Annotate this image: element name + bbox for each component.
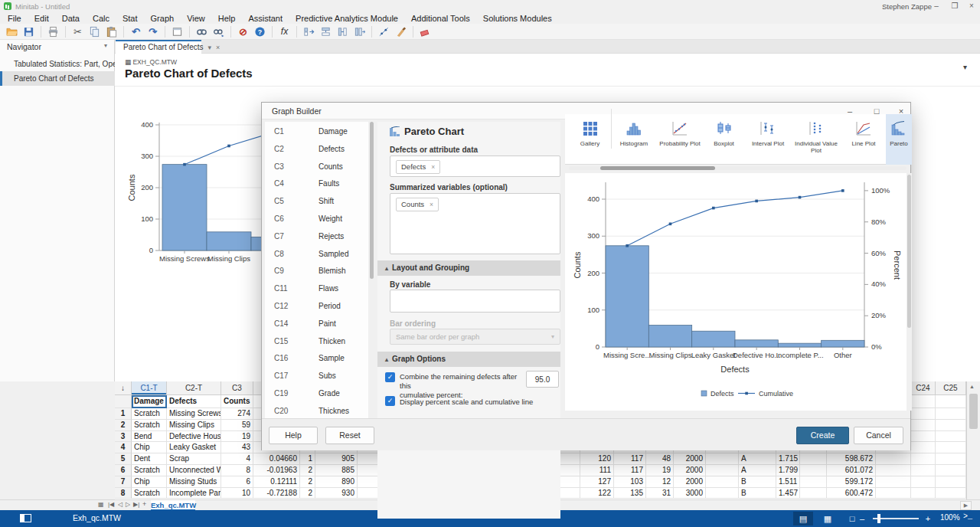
grid-cell[interactable]: 598.672 bbox=[827, 453, 876, 465]
column-item-c14[interactable]: C14Paint bbox=[265, 316, 368, 332]
grid-cell[interactable]: 600.472 bbox=[827, 488, 876, 499]
column-item-c15[interactable]: C15Thicken bbox=[265, 333, 368, 350]
grid-cell[interactable]: 274 bbox=[221, 408, 253, 420]
grid-cell[interactable]: 0.12111 bbox=[253, 476, 300, 488]
grid-cell[interactable]: Bend bbox=[132, 431, 167, 443]
grid-cell[interactable]: 31 bbox=[646, 488, 674, 499]
grid-cell[interactable]: 10 bbox=[221, 488, 253, 499]
grid-cell[interactable]: 122 bbox=[580, 488, 614, 499]
row-header-name-row[interactable] bbox=[115, 395, 132, 408]
section-layout-grouping[interactable]: Layout and Grouping bbox=[377, 260, 560, 276]
grid-cell[interactable]: 1.457 bbox=[776, 488, 800, 499]
column-item-c3[interactable]: C3Counts bbox=[265, 159, 368, 175]
grid-cell[interactable]: Missing Studs bbox=[167, 476, 221, 488]
grid-cell[interactable]: B bbox=[739, 488, 776, 499]
create-button[interactable]: Create bbox=[796, 427, 849, 444]
column-header-c24[interactable]: C24 bbox=[911, 381, 936, 395]
grid-cell[interactable] bbox=[800, 453, 827, 465]
paste-icon[interactable] bbox=[104, 25, 119, 38]
insert-rows-icon[interactable] bbox=[318, 25, 333, 38]
grid-cell[interactable]: 885 bbox=[315, 465, 358, 476]
grid-cell[interactable]: 601.072 bbox=[827, 465, 876, 476]
grid-cell[interactable]: 19 bbox=[646, 465, 674, 476]
grid-cell[interactable] bbox=[936, 488, 966, 499]
grid-cell[interactable]: Scratch bbox=[132, 420, 167, 431]
grid-cell[interactable]: 3000 bbox=[674, 488, 706, 499]
menu-additional-tools[interactable]: Additional Tools bbox=[411, 14, 470, 23]
navigator-item-pareto-chart[interactable]: Pareto Chart of Defects bbox=[0, 71, 115, 86]
variable-name-cell[interactable] bbox=[911, 395, 936, 408]
command-line-icon[interactable]: >_ bbox=[963, 512, 972, 521]
grid-cell[interactable]: Defective Housi bbox=[167, 431, 221, 443]
column-header-c1-t[interactable]: C1-T bbox=[132, 381, 167, 395]
grid-cell[interactable]: Chip bbox=[132, 442, 167, 453]
grid-cell[interactable] bbox=[706, 476, 739, 488]
find-next-icon[interactable] bbox=[211, 25, 226, 38]
grid-cell[interactable] bbox=[936, 431, 966, 443]
grid-cell[interactable]: Leaky Gasket bbox=[167, 442, 221, 453]
grid-cell[interactable]: 135 bbox=[614, 488, 646, 499]
gallery-item-individual-value-plot[interactable]: Individual Value Plot bbox=[791, 114, 841, 165]
grid-cell[interactable] bbox=[911, 465, 936, 476]
grid-cell[interactable]: 0.04660 bbox=[253, 453, 300, 465]
grid-cell[interactable] bbox=[706, 453, 739, 465]
grid-cell[interactable] bbox=[936, 408, 966, 420]
percent-scale-checkbox[interactable]: ✓ bbox=[385, 396, 395, 406]
eraser-icon[interactable] bbox=[418, 25, 433, 38]
scroll-up-icon[interactable]: ▲ bbox=[969, 384, 975, 389]
cut-icon[interactable]: ✂ bbox=[70, 25, 85, 38]
gallery-item-pareto[interactable]: Pareto bbox=[886, 114, 912, 165]
grid-cell[interactable]: Incomplete Part bbox=[167, 488, 221, 499]
column-item-c6[interactable]: C6Weight bbox=[265, 211, 368, 227]
variable-name-cell[interactable] bbox=[936, 395, 966, 408]
grid-cell[interactable]: 48 bbox=[646, 453, 674, 465]
restore-icon[interactable]: ❐ bbox=[948, 1, 962, 11]
data-view-icon[interactable]: ▤ bbox=[793, 512, 813, 525]
gallery-item-interval-plot[interactable]: Interval Plot bbox=[745, 114, 791, 165]
grid-cell[interactable] bbox=[911, 408, 936, 420]
section-graph-options[interactable]: Graph Options bbox=[377, 352, 560, 367]
print-icon[interactable] bbox=[46, 25, 60, 38]
gallery-item-gallery[interactable]: Gallery bbox=[569, 114, 611, 165]
menu-help[interactable]: Help bbox=[218, 14, 236, 23]
prev-sheet-icon[interactable]: ◁ bbox=[118, 501, 122, 508]
grid-cell[interactable] bbox=[936, 453, 966, 465]
grid-cell[interactable]: 59 bbox=[221, 420, 253, 431]
grid-cell[interactable]: 1.715 bbox=[776, 453, 800, 465]
grid-cell[interactable]: Scratch bbox=[132, 488, 167, 499]
find-icon[interactable] bbox=[194, 25, 209, 38]
menu-stat[interactable]: Stat bbox=[122, 14, 138, 23]
grid-cell[interactable] bbox=[800, 488, 827, 499]
grid-cell[interactable]: 12 bbox=[646, 476, 674, 488]
grid-cell[interactable] bbox=[911, 476, 936, 488]
menu-solutions-modules[interactable]: Solutions Modules bbox=[483, 14, 552, 23]
grid-cell[interactable]: 2 bbox=[300, 465, 315, 476]
grid-cell[interactable] bbox=[911, 420, 936, 431]
remove-chip-icon[interactable]: × bbox=[431, 163, 435, 171]
fx-icon[interactable]: fx bbox=[277, 25, 292, 38]
grid-cell[interactable]: 2000 bbox=[674, 476, 706, 488]
grid-cell[interactable] bbox=[911, 488, 936, 499]
undo-icon[interactable]: ↶ bbox=[129, 25, 143, 38]
add-sheet-icon[interactable]: + bbox=[142, 500, 146, 508]
variable-name-cell[interactable]: Damage bbox=[132, 395, 167, 408]
column-header-c2-t[interactable]: C2-T bbox=[167, 381, 221, 395]
grid-cell[interactable] bbox=[800, 476, 827, 488]
grid-cell[interactable]: 905 bbox=[315, 453, 358, 465]
column-item-c8[interactable]: C8Sampled bbox=[265, 246, 368, 263]
sheet-tab-active[interactable]: Exh_qc.MTW bbox=[151, 500, 195, 511]
tab-chevron-icon[interactable]: ▾ bbox=[208, 44, 212, 51]
cumulative-percent-input[interactable] bbox=[526, 371, 559, 388]
grid-cell[interactable] bbox=[911, 442, 936, 453]
row-number[interactable]: 6 bbox=[115, 465, 132, 476]
by-variable-field[interactable] bbox=[390, 290, 560, 313]
gallery-item-boxplot[interactable]: Boxplot bbox=[703, 114, 745, 165]
grid-cell[interactable] bbox=[876, 488, 911, 499]
move-columns-icon[interactable] bbox=[352, 25, 367, 38]
grid-cell[interactable] bbox=[876, 453, 911, 465]
gallery-item-probability-plot[interactable]: Probability Plot bbox=[657, 114, 703, 165]
zoom-out-icon[interactable]: – bbox=[856, 512, 868, 525]
navigator-item-tabulated-statistics[interactable]: Tabulated Statistics: Part, Operator bbox=[0, 57, 115, 71]
grid-cell[interactable]: Dent bbox=[132, 453, 167, 465]
preview-scrollbar[interactable] bbox=[906, 173, 912, 411]
